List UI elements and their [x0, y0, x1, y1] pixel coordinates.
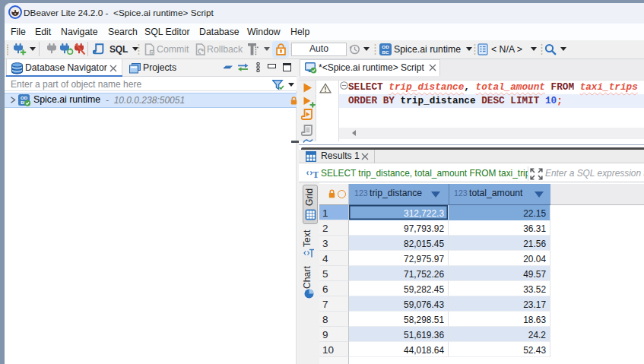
svg-text:BC: BC [382, 49, 389, 55]
svg-text:T: T [312, 169, 319, 179]
svg-text:OD: OD [21, 96, 28, 100]
svg-text:OD: OD [382, 44, 389, 49]
